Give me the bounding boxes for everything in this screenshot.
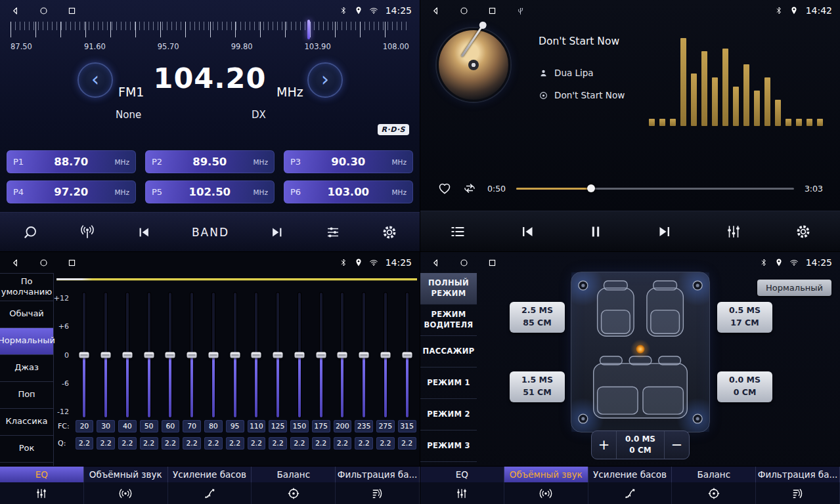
eq-slider-thumb[interactable] xyxy=(359,352,369,358)
eq-band-slider[interactable] xyxy=(246,293,267,417)
tab-icon-bass[interactable] xyxy=(588,482,673,504)
eq-slider-track[interactable] xyxy=(169,293,171,417)
tab-filter[interactable]: Фильтрация ба... xyxy=(336,467,420,482)
mode-3[interactable]: РЕЖИМ 3 xyxy=(420,430,477,462)
delay-decrease-button[interactable]: − xyxy=(664,431,689,459)
eq-band-slider[interactable] xyxy=(375,293,397,417)
front-left-delay[interactable]: 2.5 MS 85 CM xyxy=(510,302,565,333)
home-button[interactable] xyxy=(459,258,469,268)
scan-stations-button[interactable] xyxy=(22,224,38,240)
tab-icon-surround[interactable] xyxy=(504,482,588,504)
eq-slider-thumb[interactable] xyxy=(208,352,218,358)
frequency-ruler[interactable] xyxy=(11,22,409,37)
eq-preset-custom[interactable]: Обычай xyxy=(0,301,53,328)
eq-slider-track[interactable] xyxy=(234,293,236,417)
next-track-button[interactable] xyxy=(657,224,673,240)
eq-slider-thumb[interactable] xyxy=(166,352,175,358)
tab-eq[interactable]: EQ xyxy=(420,467,504,482)
eq-slider-track[interactable] xyxy=(384,293,387,417)
eq-slider-track[interactable] xyxy=(255,293,257,417)
home-button[interactable] xyxy=(39,6,49,16)
back-button[interactable] xyxy=(431,6,441,16)
eq-band-slider[interactable] xyxy=(74,293,95,417)
eq-preset-jazz[interactable]: Джаз xyxy=(0,355,53,382)
eq-slider-thumb[interactable] xyxy=(380,352,390,358)
eq-slider-thumb[interactable] xyxy=(101,352,111,358)
eq-slider-track[interactable] xyxy=(212,293,215,417)
repeat-mode-button[interactable] xyxy=(462,181,477,196)
eq-band-slider[interactable] xyxy=(310,293,332,417)
home-button[interactable] xyxy=(39,258,49,268)
eq-slider-track[interactable] xyxy=(298,293,301,417)
back-button[interactable] xyxy=(11,6,20,16)
mode-driver[interactable]: РЕЖИМ ВОДИТЕЛЯ xyxy=(420,304,477,336)
eq-band-slider[interactable] xyxy=(117,293,139,417)
tab-balance[interactable]: Баланс xyxy=(672,467,756,482)
preset-button-6[interactable]: P6 103.00 MHz xyxy=(284,180,413,203)
seek-next-button[interactable] xyxy=(270,225,284,240)
eq-preset-default[interactable]: По умолчанию xyxy=(0,274,53,301)
preset-button-5[interactable]: P5 102.50 MHz xyxy=(145,180,275,203)
tab-bass-boost[interactable]: Усиление басов xyxy=(588,467,673,482)
eq-band-slider[interactable] xyxy=(203,293,225,417)
eq-slider-thumb[interactable] xyxy=(402,352,412,358)
playlist-button[interactable] xyxy=(449,223,466,240)
eq-band-slider[interactable] xyxy=(353,293,375,417)
eq-slider-track[interactable] xyxy=(190,293,193,417)
eq-slider-thumb[interactable] xyxy=(273,352,283,358)
eq-band-slider[interactable] xyxy=(396,293,418,417)
eq-slider-track[interactable] xyxy=(276,293,279,417)
mode-1[interactable]: РЕЖИМ 1 xyxy=(420,368,477,399)
eq-slider-track[interactable] xyxy=(320,293,322,417)
tab-bass-boost[interactable]: Усиление басов xyxy=(168,467,252,482)
eq-slider-track[interactable] xyxy=(341,293,343,417)
tab-icon-filter[interactable] xyxy=(336,482,420,504)
eq-band-slider[interactable] xyxy=(332,293,353,417)
eq-slider-track[interactable] xyxy=(406,293,409,417)
eq-band-slider[interactable] xyxy=(138,293,160,417)
eq-slider-thumb[interactable] xyxy=(230,352,240,358)
pause-button[interactable] xyxy=(588,224,604,240)
eq-band-slider[interactable] xyxy=(160,293,181,417)
eq-band-slider[interactable] xyxy=(224,293,246,417)
mode-full[interactable]: ПОЛНЫЙ РЕЖИМ xyxy=(420,273,477,304)
progress-slider[interactable] xyxy=(516,184,794,193)
tab-surround[interactable]: Объёмный звук xyxy=(504,467,588,482)
eq-band-slider[interactable] xyxy=(181,293,203,417)
tab-balance[interactable]: Баланс xyxy=(252,467,336,482)
eq-band-slider[interactable] xyxy=(289,293,311,417)
audio-mixer-button[interactable] xyxy=(725,223,742,240)
tab-icon-balance[interactable] xyxy=(672,482,756,504)
tab-icon-surround[interactable] xyxy=(84,482,168,504)
eq-slider-track[interactable] xyxy=(83,293,85,417)
eq-slider-thumb[interactable] xyxy=(316,352,326,358)
tab-eq[interactable]: EQ xyxy=(0,467,84,482)
tune-up-button[interactable]: › xyxy=(307,62,343,98)
rear-right-delay[interactable]: 0.0 MS 0 CM xyxy=(717,371,772,402)
tune-down-button[interactable]: ‹ xyxy=(77,62,113,98)
tab-icon-bass[interactable] xyxy=(168,482,252,504)
tab-surround[interactable]: Объёмный звук xyxy=(84,467,168,482)
eq-band-slider[interactable] xyxy=(95,293,117,417)
mode-passenger[interactable]: ПАССАЖИР xyxy=(420,336,477,368)
preset-button-1[interactable]: P1 88.70 MHz xyxy=(7,150,136,173)
equalizer-settings-button[interactable] xyxy=(325,224,341,240)
band-switch-button[interactable]: BAND xyxy=(192,226,229,239)
home-button[interactable] xyxy=(459,6,469,16)
preset-button-4[interactable]: P4 97.20 MHz xyxy=(7,180,136,203)
eq-slider-thumb[interactable] xyxy=(294,352,304,358)
back-button[interactable] xyxy=(431,258,441,268)
eq-slider-thumb[interactable] xyxy=(252,352,261,358)
progress-thumb[interactable] xyxy=(587,184,595,192)
eq-preset-pop[interactable]: Поп xyxy=(0,382,53,409)
sound-preset-badge[interactable]: Нормальный xyxy=(757,280,831,296)
eq-slider-thumb[interactable] xyxy=(122,352,132,358)
eq-band-slider[interactable] xyxy=(267,293,289,417)
favorite-heart-button[interactable] xyxy=(437,181,452,196)
delay-increase-button[interactable]: + xyxy=(592,431,617,459)
eq-slider-track[interactable] xyxy=(148,293,150,417)
back-button[interactable] xyxy=(11,258,20,268)
tab-icon-balance[interactable] xyxy=(252,482,336,504)
broadcast-antenna-button[interactable] xyxy=(79,224,96,241)
recents-button[interactable] xyxy=(487,258,497,268)
